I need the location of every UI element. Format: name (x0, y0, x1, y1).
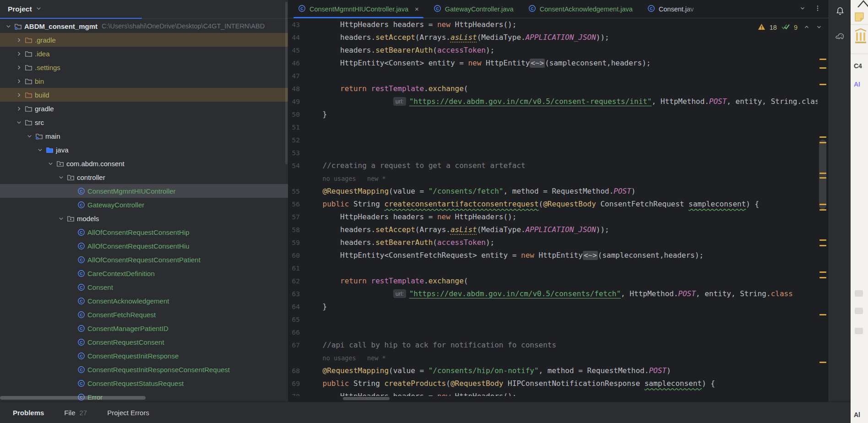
warning-stripe-mark[interactable] (819, 67, 826, 69)
notifications-bell-icon[interactable] (834, 5, 846, 17)
chevron-collapsed-icon[interactable] (15, 77, 23, 85)
tab-options-kebab-icon[interactable] (814, 5, 821, 14)
chevron-down-icon[interactable] (35, 5, 42, 14)
tree-item-models[interactable]: models (0, 212, 288, 225)
warning-stripe-mark[interactable] (819, 271, 826, 273)
chevron-expanded-icon[interactable] (5, 22, 12, 30)
inspection-widget[interactable]: 18 9 (758, 23, 822, 32)
warning-stripe-mark[interactable] (819, 245, 826, 246)
chevron-expanded-icon[interactable] (26, 132, 33, 140)
chevron-expanded-icon[interactable] (57, 215, 65, 222)
tree-item-carecontextdefinition[interactable]: CCareContextDefinition (0, 266, 288, 280)
line-number[interactable]: 52 (288, 134, 305, 146)
editor-horizontal-scrollbar[interactable] (343, 397, 390, 400)
tree-item-build[interactable]: build (0, 88, 288, 102)
tree-item-main[interactable]: main (0, 129, 288, 143)
line-number[interactable]: 51 (288, 121, 305, 134)
tab-file[interactable]: File 27 (64, 409, 87, 417)
tree-item-consentmanagerpatientid[interactable]: CConsentManagerPatientID (0, 321, 288, 335)
line-number[interactable]: 60 (288, 249, 305, 262)
tree-item-consentrequestinitresponse[interactable]: CConsentRequestInitResponse (0, 349, 288, 363)
tree-item-com-abdm-consent[interactable]: com.abdm.consent (0, 157, 288, 170)
line-number[interactable]: 64 (288, 300, 305, 313)
chevron-collapsed-icon[interactable] (15, 91, 23, 99)
warning-stripe-mark[interactable] (819, 59, 826, 60)
line-number[interactable]: 43 (288, 18, 305, 31)
line-number[interactable]: 65 (288, 313, 305, 326)
panel-item-icon[interactable] (855, 328, 863, 334)
tree-item-consentrequestconsent[interactable]: CConsentRequestConsent (0, 335, 288, 349)
warning-stripe-mark[interactable] (819, 362, 826, 363)
line-number[interactable]: 63 (288, 287, 305, 300)
warning-stripe-mark[interactable] (819, 142, 826, 143)
warning-stripe-mark[interactable] (819, 209, 826, 211)
chevron-collapsed-icon[interactable] (15, 64, 23, 71)
line-number[interactable]: 54 (288, 159, 305, 172)
code-viewport[interactable]: 43 HttpHeaders headers = new HttpHeaders… (288, 18, 818, 396)
warning-stripe-mark[interactable] (819, 84, 826, 85)
line-number[interactable]: 55 (288, 185, 305, 198)
tree-item-gradle[interactable]: gradle (0, 102, 288, 115)
editor-tab-consentacknowledgement-java[interactable]: CConsentAcknowledgement.java (521, 0, 640, 18)
tree-item-allofconsentrequestconsentpatient[interactable]: CAllOfConsentRequestConsentPatient (0, 253, 288, 266)
line-number[interactable]: 67 (288, 339, 305, 352)
line-number[interactable]: 61 (288, 262, 305, 275)
previous-problem-button[interactable] (803, 24, 810, 32)
warning-stripe-mark[interactable] (819, 136, 826, 138)
editor-tab-consentmgmnthiucontroller-java[interactable]: CConsentMgmntHIUController.java× (291, 0, 426, 18)
problems-tool-window-label[interactable]: Problems (13, 409, 44, 417)
project-panel-header[interactable]: Project (0, 0, 288, 19)
line-number[interactable]: 58 (288, 223, 305, 236)
chevron-collapsed-icon[interactable] (15, 50, 23, 58)
line-number[interactable]: 70 (288, 390, 305, 396)
chevron-expanded-icon[interactable] (57, 174, 65, 181)
folded-generics-chip[interactable]: <~> (530, 59, 545, 68)
tree-horizontal-scrollbar[interactable] (0, 396, 146, 400)
tree-item-abdm-consent-mgmt[interactable]: ABDM_consent_mgmtC:\Users\shahi\OneDrive… (0, 19, 288, 33)
line-number[interactable]: 49 (288, 95, 305, 108)
line-number[interactable]: 48 (288, 82, 305, 95)
line-number[interactable]: 53 (288, 146, 305, 159)
warning-stripe-mark[interactable] (819, 314, 826, 315)
tree-item-gatewaycontroller[interactable]: CGatewayController (0, 198, 288, 212)
panel-item-icon[interactable] (855, 308, 863, 314)
tabs-dropdown-icon[interactable] (799, 5, 806, 13)
chevron-expanded-icon[interactable] (36, 146, 44, 154)
folded-generics-chip[interactable]: <~> (583, 251, 598, 260)
warning-stripe-mark[interactable] (819, 277, 826, 278)
tree-item-consentfetchrequest[interactable]: CConsentFetchRequest (0, 308, 288, 321)
panel-item-icon[interactable] (855, 290, 863, 297)
tree-item-bin[interactable]: bin (0, 74, 288, 88)
line-number[interactable]: 57 (288, 211, 305, 223)
line-number[interactable]: 46 (288, 57, 305, 70)
sticky-note-icon[interactable] (854, 12, 864, 22)
pillar-icon[interactable] (854, 28, 867, 44)
line-number[interactable]: 62 (288, 275, 305, 287)
editor-vertical-scrollbar[interactable] (819, 140, 826, 209)
line-number[interactable]: 47 (288, 70, 305, 82)
tree-item-consentmgmnthiucontroller[interactable]: CConsentMgmntHIUController (0, 184, 288, 198)
tree-item-allofconsentrequestconsenthip[interactable]: CAllOfConsentRequestConsentHip (0, 225, 288, 239)
line-number[interactable]: 59 (288, 236, 305, 249)
tree-vertical-scrollbar[interactable] (285, 2, 288, 164)
line-number[interactable] (288, 352, 305, 364)
editor-tab-gatewaycontroller-java[interactable]: CGatewayController.java (426, 0, 521, 18)
warning-stripe-mark[interactable] (819, 173, 826, 174)
tree-item-consentrequestinitresponseconsentrequest[interactable]: CConsentRequestInitResponseConsentReques… (0, 363, 288, 376)
tree-item-consent[interactable]: CConsent (0, 280, 288, 294)
line-number[interactable]: 44 (288, 31, 305, 44)
line-number[interactable]: 69 (288, 377, 305, 390)
close-tab-icon[interactable]: × (415, 5, 419, 13)
line-number[interactable]: 50 (288, 108, 305, 121)
tree-item-src[interactable]: src (0, 115, 288, 129)
chevron-collapsed-icon[interactable] (15, 36, 23, 44)
gradle-elephant-icon[interactable] (834, 30, 846, 43)
tree-item-controller[interactable]: controller (0, 170, 288, 184)
editor-tab-consent-jav[interactable]: CConsent.jav (640, 0, 701, 18)
tree-item--idea[interactable]: .idea (0, 47, 288, 60)
line-number[interactable]: 66 (288, 326, 305, 339)
warning-stripe-mark[interactable] (819, 204, 826, 205)
warning-stripe-mark[interactable] (819, 177, 826, 179)
tree-item-allofconsentrequestconsenthiu[interactable]: CAllOfConsentRequestConsentHiu (0, 239, 288, 253)
tree-item-java[interactable]: java (0, 143, 288, 157)
